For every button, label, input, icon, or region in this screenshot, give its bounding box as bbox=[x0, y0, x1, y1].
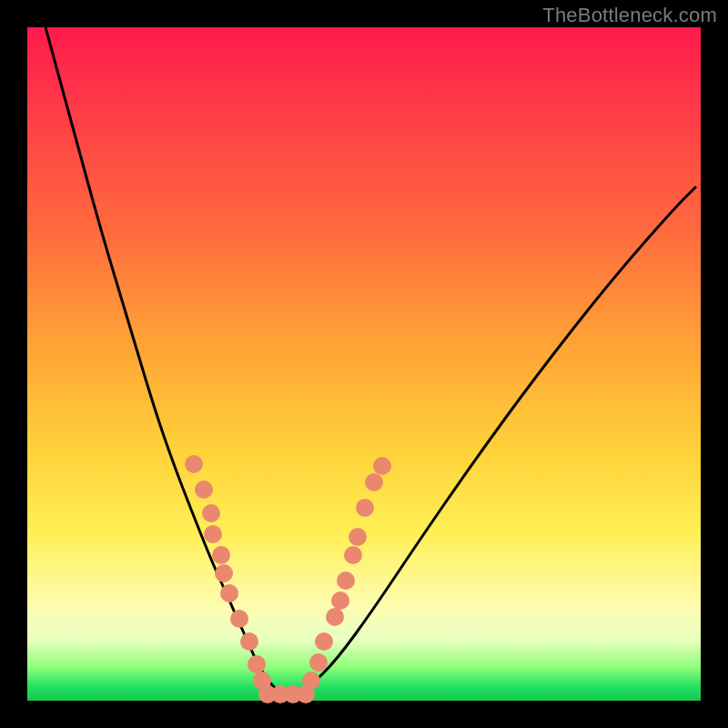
data-point bbox=[309, 653, 328, 672]
marker-layer bbox=[185, 455, 391, 703]
bottleneck-curve bbox=[46, 27, 696, 694]
data-point bbox=[185, 455, 203, 473]
data-point bbox=[356, 499, 374, 517]
data-point bbox=[215, 564, 233, 582]
data-point bbox=[204, 525, 222, 543]
data-point bbox=[212, 546, 230, 564]
data-point bbox=[220, 584, 238, 602]
chart-frame: TheBottleneck.com bbox=[0, 0, 728, 728]
plot-area bbox=[27, 27, 701, 701]
data-point bbox=[337, 571, 355, 590]
data-point bbox=[373, 457, 391, 475]
data-point bbox=[315, 632, 333, 651]
data-point bbox=[230, 610, 248, 628]
watermark-text: TheBottleneck.com bbox=[542, 4, 717, 27]
data-point bbox=[248, 655, 266, 673]
data-point bbox=[240, 632, 258, 651]
data-point bbox=[202, 504, 220, 522]
data-point bbox=[195, 480, 213, 499]
data-point bbox=[302, 672, 320, 690]
data-point bbox=[349, 528, 367, 546]
curve-layer bbox=[27, 27, 701, 701]
data-point bbox=[365, 473, 383, 491]
data-point bbox=[344, 546, 362, 564]
data-point bbox=[331, 592, 349, 610]
data-point bbox=[326, 608, 344, 626]
